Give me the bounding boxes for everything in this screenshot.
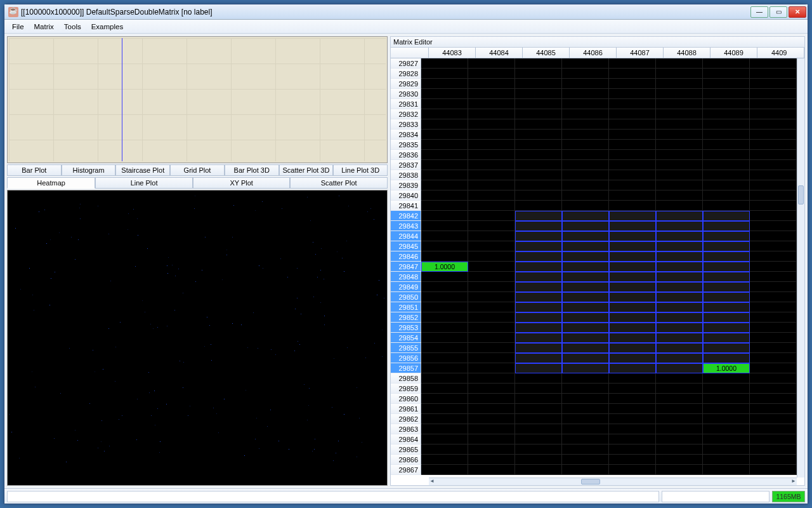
matrix-cell[interactable] bbox=[750, 465, 797, 475]
row-header[interactable]: 29853 bbox=[391, 323, 421, 333]
matrix-cell[interactable] bbox=[609, 231, 656, 241]
matrix-cell[interactable] bbox=[468, 272, 515, 282]
matrix-cell[interactable] bbox=[750, 201, 797, 211]
matrix-cell[interactable] bbox=[703, 150, 750, 160]
matrix-cell[interactable] bbox=[656, 343, 703, 353]
matrix-cell[interactable] bbox=[421, 465, 468, 475]
matrix-cell[interactable] bbox=[468, 221, 515, 231]
matrix-cell[interactable] bbox=[750, 251, 797, 262]
matrix-cell[interactable] bbox=[421, 99, 468, 109]
row-header[interactable]: 29827 bbox=[391, 58, 421, 69]
matrix-cell[interactable] bbox=[515, 201, 562, 211]
matrix-cell[interactable] bbox=[703, 251, 750, 262]
vertical-scrollbar[interactable] bbox=[797, 58, 804, 478]
row-header[interactable]: 29842 bbox=[391, 211, 421, 221]
matrix-cell[interactable] bbox=[421, 373, 468, 384]
hscroll-left-arrow[interactable]: ◄ bbox=[429, 478, 435, 485]
matrix-cell[interactable] bbox=[656, 353, 703, 363]
matrix-cell[interactable] bbox=[703, 404, 750, 414]
column-header[interactable]: 44087 bbox=[617, 48, 664, 58]
matrix-cell[interactable] bbox=[421, 282, 468, 292]
vscroll-thumb[interactable] bbox=[798, 185, 804, 204]
matrix-cell[interactable] bbox=[703, 58, 750, 69]
row-header[interactable]: 29839 bbox=[391, 180, 421, 190]
matrix-cell[interactable] bbox=[562, 69, 609, 79]
matrix-cell[interactable] bbox=[515, 79, 562, 89]
matrix-cell[interactable] bbox=[562, 160, 609, 170]
matrix-cell[interactable] bbox=[750, 353, 797, 363]
table-row[interactable]: 29859 bbox=[391, 384, 797, 394]
matrix-cell[interactable] bbox=[750, 384, 797, 394]
row-header[interactable]: 29833 bbox=[391, 119, 421, 130]
matrix-cell[interactable]: 1.0000 bbox=[421, 262, 468, 272]
row-header[interactable]: 29855 bbox=[391, 343, 421, 353]
matrix-cell[interactable] bbox=[468, 343, 515, 353]
matrix-cell[interactable] bbox=[468, 363, 515, 373]
matrix-cell[interactable] bbox=[656, 312, 703, 323]
matrix-cell[interactable] bbox=[609, 79, 656, 89]
row-header[interactable]: 29867 bbox=[391, 465, 421, 475]
matrix-cell[interactable] bbox=[703, 241, 750, 251]
matrix-cell[interactable] bbox=[468, 373, 515, 384]
matrix-cell[interactable] bbox=[421, 119, 468, 130]
matrix-cell[interactable] bbox=[468, 404, 515, 414]
matrix-cell[interactable] bbox=[562, 99, 609, 109]
matrix-cell[interactable] bbox=[750, 231, 797, 241]
matrix-cell[interactable] bbox=[750, 434, 797, 444]
matrix-cell[interactable] bbox=[562, 201, 609, 211]
matrix-cell[interactable] bbox=[562, 231, 609, 241]
matrix-cell[interactable] bbox=[656, 282, 703, 292]
matrix-cell[interactable] bbox=[656, 119, 703, 130]
matrix-cell[interactable] bbox=[656, 455, 703, 465]
matrix-cell[interactable] bbox=[562, 79, 609, 89]
table-row[interactable]: 29830 bbox=[391, 89, 797, 99]
matrix-cell[interactable] bbox=[468, 170, 515, 180]
matrix-cell[interactable] bbox=[703, 140, 750, 150]
matrix-cell[interactable] bbox=[562, 323, 609, 333]
matrix-cell[interactable] bbox=[750, 333, 797, 343]
row-header[interactable]: 29837 bbox=[391, 160, 421, 170]
matrix-cell[interactable] bbox=[656, 160, 703, 170]
row-header[interactable]: 29846 bbox=[391, 251, 421, 262]
matrix-cell[interactable] bbox=[562, 150, 609, 160]
matrix-cell[interactable] bbox=[656, 221, 703, 231]
matrix-cell[interactable] bbox=[515, 160, 562, 170]
matrix-cell[interactable] bbox=[562, 180, 609, 190]
matrix-cell[interactable] bbox=[468, 211, 515, 221]
matrix-cell[interactable] bbox=[562, 394, 609, 404]
matrix-cell[interactable] bbox=[468, 434, 515, 444]
tab-bar-plot[interactable]: Bar Plot bbox=[7, 164, 62, 176]
matrix-cell[interactable] bbox=[515, 99, 562, 109]
matrix-cell[interactable] bbox=[515, 262, 562, 272]
maximize-button[interactable]: ▭ bbox=[769, 6, 787, 18]
row-header[interactable]: 29828 bbox=[391, 69, 421, 79]
table-row[interactable]: 29842 bbox=[391, 211, 797, 221]
row-header[interactable]: 29860 bbox=[391, 394, 421, 404]
matrix-cell[interactable] bbox=[421, 69, 468, 79]
matrix-cell[interactable] bbox=[421, 363, 468, 373]
table-row[interactable]: 29850 bbox=[391, 292, 797, 302]
matrix-cell[interactable] bbox=[703, 414, 750, 424]
matrix-cell[interactable] bbox=[515, 241, 562, 251]
table-row[interactable]: 29853 bbox=[391, 323, 797, 333]
memory-indicator[interactable]: 1165MB bbox=[772, 491, 805, 502]
matrix-cell[interactable] bbox=[609, 292, 656, 302]
matrix-cell[interactable] bbox=[656, 404, 703, 414]
matrix-cell[interactable] bbox=[656, 302, 703, 312]
tab-line-plot-3d[interactable]: Line Plot 3D bbox=[333, 164, 388, 176]
matrix-cell[interactable] bbox=[515, 58, 562, 69]
matrix-cell[interactable] bbox=[703, 119, 750, 130]
column-header[interactable]: 44085 bbox=[523, 48, 570, 58]
close-button[interactable]: ✕ bbox=[789, 6, 806, 18]
row-header[interactable]: 29848 bbox=[391, 272, 421, 282]
row-header[interactable]: 29832 bbox=[391, 109, 421, 119]
matrix-cell[interactable] bbox=[656, 414, 703, 424]
matrix-cell[interactable] bbox=[421, 394, 468, 404]
matrix-cell[interactable] bbox=[515, 455, 562, 465]
table-row[interactable]: 29848 bbox=[391, 272, 797, 282]
matrix-cell[interactable] bbox=[703, 201, 750, 211]
column-header[interactable]: 44089 bbox=[710, 48, 757, 58]
matrix-cell[interactable] bbox=[703, 373, 750, 384]
matrix-cell[interactable] bbox=[515, 394, 562, 404]
matrix-cell[interactable] bbox=[609, 455, 656, 465]
